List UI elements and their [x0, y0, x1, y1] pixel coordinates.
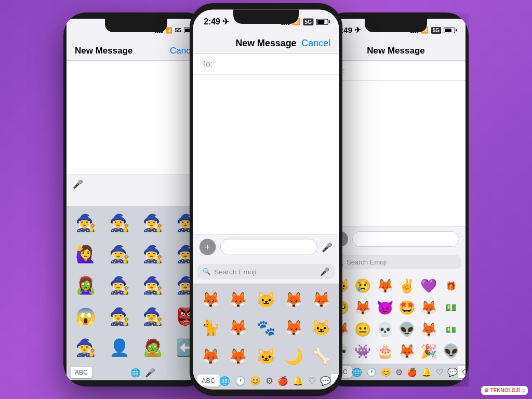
emoji-14[interactable]: 😐: [352, 319, 373, 340]
emoji-16[interactable]: 👽: [396, 319, 417, 340]
emoji-18[interactable]: 💵: [441, 319, 461, 340]
delete-key-center[interactable]: ⌫: [331, 374, 339, 387]
witch-18[interactable]: 👤: [103, 332, 136, 363]
witch-13[interactable]: 😱: [70, 301, 102, 331]
cat-s9[interactable]: 🦊: [281, 314, 307, 342]
cat-s10[interactable]: 🐱: [308, 314, 335, 342]
emoji-9[interactable]: 😈: [375, 297, 395, 318]
phone-right: 2:49 ✈ 📶 5G N: [323, 12, 469, 387]
witch-5[interactable]: 🙋‍♀️: [70, 239, 102, 269]
message-body-left: [66, 61, 206, 175]
delete-key-right[interactable]: ⌫: [458, 366, 466, 378]
dots-menu-left[interactable]: •••: [66, 193, 206, 206]
battery-right: [444, 28, 455, 33]
cat-s8[interactable]: 🐾: [252, 314, 279, 342]
witch-7[interactable]: 🧙‍♀️: [137, 239, 169, 269]
screen-right: 2:49 ✈ 📶 5G N: [326, 19, 466, 380]
abc-btn-center[interactable]: ABC: [197, 375, 220, 387]
globe-icon-left[interactable]: 🌐: [130, 368, 141, 378]
chat-icon-right[interactable]: 💬: [447, 367, 458, 377]
cat-s7[interactable]: 🦊: [225, 314, 251, 342]
cancel-button-center[interactable]: Cancel: [298, 38, 330, 49]
cat-s2[interactable]: 🦊: [225, 286, 251, 313]
battery-center: [316, 19, 328, 25]
globe-icon-right[interactable]: 🌐: [352, 367, 362, 377]
emoji-15[interactable]: 💀: [375, 319, 395, 340]
mic-button-left[interactable]: 🎤: [73, 179, 83, 189]
emoji-mixed-grid: 😺 😢 🦊 ✌ 💜 🎁 🥺 🦊 😈 🤩 🦊 💵 🦊 😐 💀 👽 🦊 💵 💀: [326, 273, 466, 364]
heart-icon-right[interactable]: ♡: [436, 367, 443, 377]
screen-left: 📶 55 New Message Cancel 🎤 •••: [66, 19, 206, 380]
apps-icon-center[interactable]: ⚙: [265, 376, 273, 386]
emoji-21[interactable]: 🎂: [375, 341, 395, 362]
emoji-12[interactable]: 💵: [441, 297, 461, 318]
bell-icon-right[interactable]: 🔔: [421, 367, 432, 377]
input-bar-right: +: [326, 227, 466, 251]
cat-s13[interactable]: 🐱: [252, 342, 279, 370]
witch-3[interactable]: 🧙‍♀️: [137, 208, 169, 238]
witch-11[interactable]: 🧙‍♀️: [137, 270, 169, 300]
emoji-24[interactable]: 👽: [441, 341, 461, 362]
clock-icon-right[interactable]: 🕐: [366, 367, 377, 377]
emoji-icon-center[interactable]: 😊: [250, 376, 261, 386]
cat-s12[interactable]: 🦊: [225, 342, 251, 370]
witch-10[interactable]: 🧙‍♀️: [103, 270, 136, 300]
emoji-search-center[interactable]: 🔍 Search Emoji 🎤: [197, 264, 335, 279]
bell-icon-center[interactable]: 🔔: [292, 376, 303, 386]
witch-2[interactable]: 🧙‍♀️: [103, 208, 136, 238]
clock-icon-center[interactable]: 🕐: [235, 376, 246, 386]
mic-icon-left[interactable]: 🎤: [145, 368, 155, 378]
plus-button-center[interactable]: +: [200, 239, 216, 256]
abc-btn-left[interactable]: ABC: [71, 367, 92, 378]
globe-icon-center[interactable]: 🌐: [219, 376, 230, 386]
cat-s14[interactable]: 🌙: [281, 342, 307, 370]
text-input-center[interactable]: [220, 239, 317, 256]
emoji-8[interactable]: 🦊: [352, 297, 373, 318]
witch-6[interactable]: 🧙: [103, 239, 136, 269]
emoji-icon-right[interactable]: 😊: [381, 367, 391, 377]
cat-s4[interactable]: 🦊: [281, 286, 307, 313]
witch-14[interactable]: 🧙‍♀️: [103, 301, 136, 331]
apple-icon-right[interactable]: 🍎: [407, 367, 417, 377]
to-field-right[interactable]: To:: [326, 61, 466, 81]
witch-17[interactable]: 🧙: [70, 332, 102, 363]
cat-s6[interactable]: 🐈: [197, 314, 224, 342]
emoji-17[interactable]: 🦊: [418, 319, 439, 340]
heart-icon-center[interactable]: ♡: [308, 376, 316, 386]
text-input-right[interactable]: [352, 231, 459, 247]
compose-title-left: New Message: [75, 46, 133, 56]
emoji-11[interactable]: 🦊: [418, 297, 439, 318]
mic-search-center[interactable]: 🎤: [320, 267, 329, 276]
emoji-6[interactable]: 🎁: [441, 275, 461, 296]
emoji-5[interactable]: 💜: [418, 275, 439, 296]
emoji-23[interactable]: 🎉: [418, 341, 439, 362]
mic-button-center[interactable]: 🎤: [322, 242, 332, 252]
emoji-22[interactable]: 🦊: [396, 341, 417, 362]
witch-sticker-grid: 🧙‍♀️ 🧙‍♀️ 🧙‍♀️ 🧙‍♀️ 🙋‍♀️ 🧙 🧙‍♀️ 🧙‍♀️ 🧟‍♀…: [66, 206, 206, 365]
5g-badge-right: 5G: [431, 27, 441, 34]
apps-icon-right[interactable]: ⚙: [395, 367, 403, 377]
witch-9[interactable]: 🧟‍♀️: [70, 270, 102, 300]
emoji-20[interactable]: 👾: [352, 341, 373, 362]
cat-s3[interactable]: 🐱: [252, 286, 279, 313]
cat-s11[interactable]: 🦊: [197, 342, 224, 370]
cat-s1[interactable]: 🦊: [197, 286, 224, 313]
emoji-10[interactable]: 🤩: [396, 297, 417, 318]
witch-1[interactable]: 🧙‍♀️: [70, 208, 102, 238]
emoji-search-right[interactable]: 🔍 Search Emoji: [330, 255, 461, 269]
search-icon-center: 🔍: [203, 268, 211, 275]
emoji-3[interactable]: 🦊: [375, 275, 395, 296]
kb-icons-right: 🌐 🕐 😊 ⚙ 🍎 🔔 ♡ 💬: [352, 367, 458, 377]
emoji-2[interactable]: 😢: [352, 275, 373, 296]
witch-15[interactable]: 🧙‍♀️: [137, 301, 169, 331]
kb-icons-center: 🌐 🕐 😊 ⚙ 🍎 🔔 ♡ 💬: [219, 376, 330, 386]
apple-icon-center[interactable]: 🍎: [277, 376, 288, 386]
to-field-center[interactable]: To:: [193, 54, 339, 75]
cat-s15[interactable]: 🦴: [308, 342, 335, 370]
compose-title-right: New Message: [367, 46, 425, 56]
search-placeholder-right: Search Emoji: [347, 258, 387, 266]
chat-icon-center[interactable]: 💬: [320, 376, 331, 386]
emoji-4[interactable]: ✌: [396, 275, 417, 296]
cat-s5[interactable]: 🦊: [308, 286, 335, 313]
witch-19[interactable]: 🧟: [137, 332, 169, 363]
